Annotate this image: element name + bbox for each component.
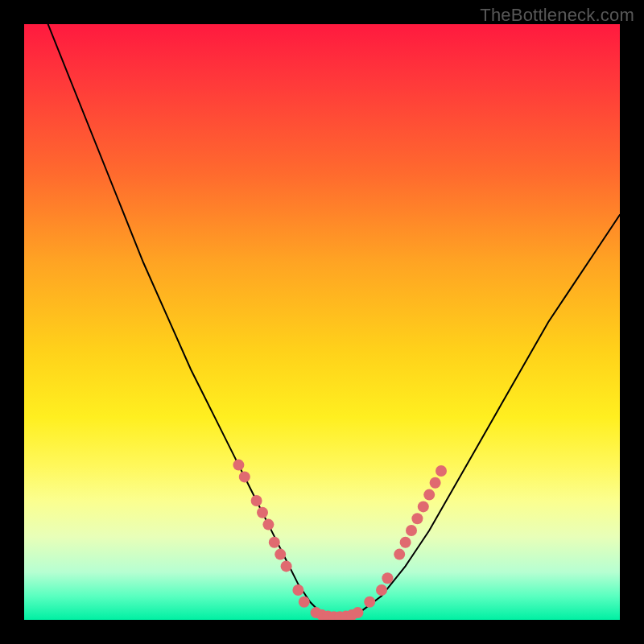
watermark-text: TheBottleneck.com xyxy=(480,5,634,26)
bottleneck-curve-svg xyxy=(24,24,620,620)
curve-marker xyxy=(430,477,441,489)
plot-area xyxy=(24,24,620,620)
curve-marker xyxy=(352,607,363,618)
curve-marker xyxy=(275,549,286,560)
curve-markers xyxy=(233,460,447,620)
curve-marker xyxy=(262,519,274,530)
curve-marker xyxy=(269,537,280,548)
curve-marker xyxy=(233,460,244,471)
curve-marker xyxy=(257,507,268,518)
chart-frame: TheBottleneck.com xyxy=(0,0,644,644)
curve-marker xyxy=(418,501,429,512)
curve-marker xyxy=(394,549,405,560)
bottleneck-curve-path xyxy=(48,24,620,620)
curve-marker xyxy=(382,572,393,584)
curve-marker xyxy=(299,597,310,608)
curve-marker xyxy=(292,584,303,596)
curve-marker xyxy=(436,465,447,477)
curve-marker xyxy=(239,471,250,482)
curve-marker xyxy=(251,495,262,506)
curve-marker xyxy=(423,489,435,501)
curve-marker xyxy=(281,560,292,572)
curve-marker xyxy=(376,584,387,596)
curve-marker xyxy=(364,597,375,608)
curve-marker xyxy=(411,513,423,524)
curve-marker xyxy=(400,537,411,548)
curve-marker xyxy=(406,525,417,536)
